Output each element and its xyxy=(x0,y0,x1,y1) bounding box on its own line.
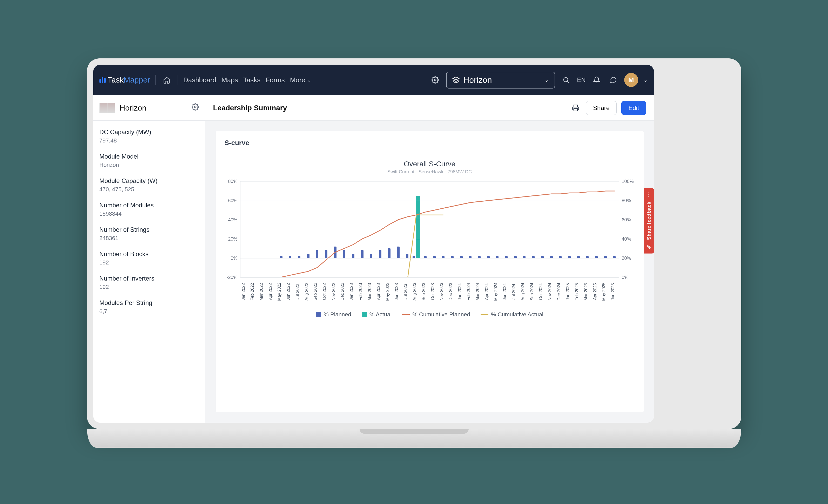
share-button[interactable]: Share xyxy=(586,101,617,115)
main: Leadership Summary Share Edit S-curve Ov… xyxy=(205,95,654,423)
sidebar-item-value: 797.48 xyxy=(99,137,199,144)
bell-icon[interactable] xyxy=(591,74,603,86)
home-icon[interactable] xyxy=(161,74,172,86)
avatar[interactable]: M xyxy=(624,73,638,87)
x-tick: Aug 2022 xyxy=(304,280,312,303)
svg-line-3 xyxy=(568,81,569,83)
app-logo[interactable]: TaskMapper xyxy=(99,76,150,84)
more-icon: ⋮ xyxy=(646,192,652,198)
x-tick: Jul 2023 xyxy=(403,280,411,303)
feedback-label: Share feedback xyxy=(646,202,652,240)
nav-maps[interactable]: Maps xyxy=(221,76,238,84)
main-header: Leadership Summary Share Edit xyxy=(205,95,654,121)
x-axis: Jan 2022Feb 2022Mar 2022Apr 2022May 2022… xyxy=(224,280,635,303)
legend: % Planned % Actual % Cumulative Planned … xyxy=(224,311,635,318)
logo-icon xyxy=(99,77,106,83)
x-tick: Mar 2022 xyxy=(259,280,267,303)
project-name: Horizon xyxy=(120,103,147,112)
x-tick: Feb 2025 xyxy=(575,280,582,303)
y-axis-right: 0%20%40%60%80%100% xyxy=(619,181,635,278)
x-tick: Aug 2023 xyxy=(412,280,420,303)
x-tick: May 2022 xyxy=(277,280,285,303)
sidebar-item-value: 1598844 xyxy=(99,210,199,217)
x-tick: May 2025 xyxy=(602,280,609,303)
x-tick: Jul 2022 xyxy=(295,280,303,303)
x-tick: Apr 2022 xyxy=(268,280,276,303)
settings-icon[interactable] xyxy=(429,74,441,86)
x-tick: Jun 2022 xyxy=(286,280,294,303)
x-tick: Jan 2023 xyxy=(349,280,357,303)
project-thumbnail xyxy=(99,103,115,113)
print-icon[interactable] xyxy=(570,102,581,114)
x-tick: Jun 2023 xyxy=(395,280,402,303)
language-switch[interactable]: EN xyxy=(577,76,585,84)
chevron-down-icon[interactable]: ⌄ xyxy=(644,77,648,83)
nav-forms[interactable]: Forms xyxy=(265,76,285,84)
sidebar-item-label: Number of Blocks xyxy=(99,250,199,258)
card-title: S-curve xyxy=(224,139,635,147)
divider xyxy=(155,75,156,85)
legend-planned: % Planned xyxy=(316,311,351,318)
sidebar-item-label: Number of Modules xyxy=(99,202,199,209)
sidebar-item: Module Model Horizon xyxy=(99,153,199,168)
nav-more[interactable]: More ⌄ xyxy=(290,76,311,84)
svg-rect-5 xyxy=(574,109,577,111)
x-tick: Apr 2024 xyxy=(485,280,492,303)
x-tick: Oct 2024 xyxy=(538,280,546,303)
chart-subtitle: Swift Current - SenseHawk - 798MW DC xyxy=(224,169,635,175)
sidebar-item-label: Modules Per String xyxy=(99,299,199,306)
legend-actual: % Actual xyxy=(362,311,392,318)
sidebar-item-label: Module Model xyxy=(99,153,199,160)
feedback-tab[interactable]: ✎ Share feedback ⋮ xyxy=(644,188,654,254)
chevron-down-icon: ⌄ xyxy=(544,77,549,83)
sidebar-header: Horizon xyxy=(93,95,205,121)
edit-button[interactable]: Edit xyxy=(621,101,646,115)
sidebar-item-value: 470, 475, 525 xyxy=(99,186,199,193)
sidebar-item: Modules Per String 6,7 xyxy=(99,299,199,315)
nav-more-label: More xyxy=(290,76,305,84)
layers-icon xyxy=(452,76,460,84)
org-selector[interactable]: Horizon ⌄ xyxy=(446,72,555,88)
sidebar-item-label: Module Capacity (W) xyxy=(99,177,199,184)
sidebar-item: Number of Inverters 192 xyxy=(99,275,199,290)
sidebar-item-value: 192 xyxy=(99,284,199,290)
sidebar-item: DC Capacity (MW) 797.48 xyxy=(99,128,199,144)
chat-icon[interactable] xyxy=(608,74,619,86)
svg-point-4 xyxy=(194,106,196,108)
line-layer xyxy=(240,181,619,277)
chart-card: S-curve Overall S-Curve Swift Current - … xyxy=(216,131,644,412)
svg-point-2 xyxy=(564,78,568,82)
nav-tasks[interactable]: Tasks xyxy=(243,76,260,84)
sidebar-item: Number of Modules 1598844 xyxy=(99,202,199,217)
screen: TaskMapper Dashboard Maps Tasks Forms Mo… xyxy=(93,65,654,423)
search-icon[interactable] xyxy=(560,74,572,86)
x-tick: Oct 2022 xyxy=(322,280,330,303)
sidebar-item-label: DC Capacity (MW) xyxy=(99,128,199,136)
x-tick: Mar 2025 xyxy=(584,280,591,303)
legend-cum-actual: % Cumulative Actual xyxy=(481,311,543,318)
svg-point-0 xyxy=(434,79,436,81)
x-tick: May 2024 xyxy=(494,280,501,303)
x-tick: Aug 2024 xyxy=(521,280,528,303)
x-tick: Jun 2025 xyxy=(611,280,618,303)
sidebar-item: Number of Strings 248361 xyxy=(99,226,199,242)
x-tick: Feb 2023 xyxy=(358,280,366,303)
sidebar-item: Number of Blocks 192 xyxy=(99,250,199,266)
sidebar-item-value: 192 xyxy=(99,259,199,266)
top-bar: TaskMapper Dashboard Maps Tasks Forms Mo… xyxy=(93,65,654,95)
sidebar-list: DC Capacity (MW) 797.48Module Model Hori… xyxy=(93,121,205,323)
plot-area xyxy=(240,181,619,278)
nav-dashboard[interactable]: Dashboard xyxy=(183,76,216,84)
sidebar-gear-icon[interactable] xyxy=(192,103,199,112)
x-tick: Mar 2024 xyxy=(475,280,483,303)
y-axis-left: -20%0%20%40%60%80% xyxy=(224,181,240,278)
sidebar-item-value: 248361 xyxy=(99,235,199,242)
x-tick: Nov 2024 xyxy=(548,280,555,303)
x-tick: Jan 2022 xyxy=(241,280,249,303)
body: Horizon DC Capacity (MW) 797.48Module Mo… xyxy=(93,95,654,423)
page-title: Leadership Summary xyxy=(213,104,287,112)
sidebar-item-label: Number of Strings xyxy=(99,226,199,233)
divider xyxy=(177,75,178,85)
logo-text-b: Mapper xyxy=(124,76,150,84)
x-tick: Nov 2023 xyxy=(439,280,447,303)
